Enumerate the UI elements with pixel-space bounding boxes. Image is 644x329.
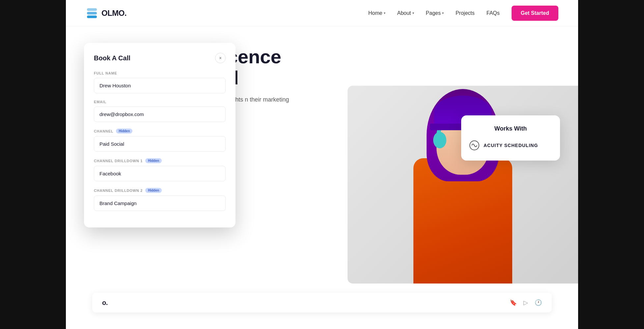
home-chevron-icon: ▾ xyxy=(384,11,385,15)
clock-icon[interactable]: 🕐 xyxy=(535,299,542,306)
nav-home[interactable]: Home ▾ xyxy=(368,10,385,16)
channel-drilldown1-input[interactable] xyxy=(94,166,226,181)
book-a-call-modal: Book A Call × FULL NAME EMAIL CHANNEL Hi… xyxy=(84,43,236,227)
full-name-label: FULL NAME xyxy=(94,71,226,75)
logo[interactable]: OLMO. xyxy=(86,7,126,19)
modal-title: Book A Call xyxy=(94,54,130,62)
email-label: EMAIL xyxy=(94,100,226,104)
works-with-title: Works With xyxy=(469,125,552,132)
dark-left-panel xyxy=(0,0,66,329)
dark-right-panel xyxy=(578,0,644,329)
channel-drilldown2-label: CHANNEL DRILLDOWN 2 Hidden xyxy=(94,188,226,193)
channel-label: CHANNEL Hidden xyxy=(94,129,226,134)
nav-pages[interactable]: Pages ▾ xyxy=(426,10,444,16)
hero-bottom-bar: o. 🔖 ▷ 🕐 xyxy=(92,293,552,313)
acuity-label: ACUITY SCHEDULING xyxy=(484,143,538,148)
full-name-group: FULL NAME xyxy=(94,71,226,93)
acuity-scheduling-icon xyxy=(469,140,480,151)
channel-drilldown1-label: CHANNEL DRILLDOWN 1 Hidden xyxy=(94,158,226,163)
works-with-card: Works With ACUITY SCHEDULING xyxy=(461,115,560,161)
full-name-input[interactable] xyxy=(94,78,226,93)
headphone-left xyxy=(433,132,446,148)
brand-watermark: o. xyxy=(102,299,108,307)
email-group: EMAIL xyxy=(94,100,226,122)
bookmark-icon[interactable]: 🔖 xyxy=(510,299,517,306)
acuity-row: ACUITY SCHEDULING xyxy=(469,140,552,151)
modal-header: Book A Call × xyxy=(94,53,226,63)
logo-icon xyxy=(86,7,98,19)
nav-faqs[interactable]: FAQs xyxy=(487,10,500,16)
bottom-icons: 🔖 ▷ 🕐 xyxy=(510,299,542,306)
nav-links: Home ▾ About ▾ Pages ▾ Projects FAQs Get… xyxy=(368,6,558,21)
svg-rect-1 xyxy=(87,12,97,15)
email-input[interactable] xyxy=(94,106,226,122)
modal-close-button[interactable]: × xyxy=(215,53,226,63)
svg-rect-2 xyxy=(87,15,97,18)
channel-drilldown1-hidden-badge: Hidden xyxy=(145,158,162,163)
channel-input[interactable] xyxy=(94,136,226,152)
nav-projects[interactable]: Projects xyxy=(456,10,475,16)
about-chevron-icon: ▾ xyxy=(412,11,414,15)
channel-hidden-badge: Hidden xyxy=(116,129,132,134)
nav-about[interactable]: About ▾ xyxy=(397,10,414,16)
channel-drilldown2-input[interactable] xyxy=(94,195,226,211)
channel-drilldown1-group: CHANNEL DRILLDOWN 1 Hidden xyxy=(94,158,226,181)
channel-drilldown2-group: CHANNEL DRILLDOWN 2 Hidden xyxy=(94,188,226,211)
svg-rect-0 xyxy=(87,8,97,11)
get-started-button[interactable]: Get Started xyxy=(512,6,558,21)
channel-drilldown2-hidden-badge: Hidden xyxy=(145,188,162,193)
brand-name: OLMO. xyxy=(101,9,126,18)
send-icon[interactable]: ▷ xyxy=(523,299,528,306)
pages-chevron-icon: ▾ xyxy=(442,11,444,15)
navbar: OLMO. Home ▾ About ▾ Pages ▾ Projects FA… xyxy=(66,0,578,26)
channel-group: CHANNEL Hidden xyxy=(94,129,226,152)
